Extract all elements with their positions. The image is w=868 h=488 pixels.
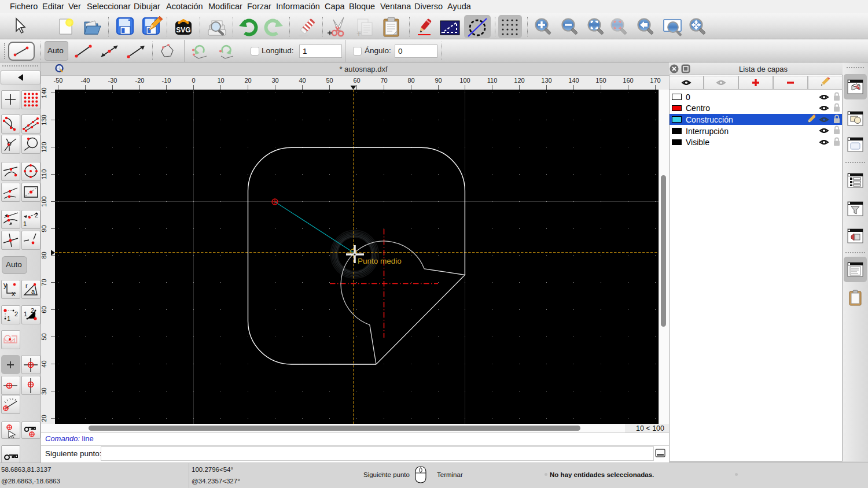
svg-text:100: 100 bbox=[459, 77, 470, 84]
svg-text:170: 170 bbox=[650, 77, 660, 84]
svg-text:SVG: SVG bbox=[176, 26, 190, 34]
svg-text:2: 2 bbox=[31, 307, 34, 314]
svg-text:130: 130 bbox=[541, 77, 551, 84]
svg-text:-20: -20 bbox=[135, 77, 145, 84]
svg-text:r: r bbox=[25, 282, 28, 289]
svg-text:+: + bbox=[356, 29, 361, 38]
svg-text:60: 60 bbox=[41, 306, 47, 313]
svg-text:y: y bbox=[3, 281, 7, 289]
svg-text:40: 40 bbox=[41, 360, 47, 367]
svg-text:x: x bbox=[12, 290, 15, 298]
svg-text:90: 90 bbox=[435, 77, 442, 84]
svg-text:-10: -10 bbox=[162, 77, 171, 84]
svg-text:0: 0 bbox=[192, 77, 195, 84]
svg-text:1: 1 bbox=[7, 315, 10, 322]
svg-text:140: 140 bbox=[568, 77, 579, 84]
svg-text:70: 70 bbox=[41, 279, 47, 286]
svg-text:30: 30 bbox=[41, 387, 47, 394]
svg-text:Punto medio: Punto medio bbox=[358, 257, 402, 265]
svg-text:50: 50 bbox=[326, 77, 333, 84]
svg-text:100: 100 bbox=[41, 196, 47, 206]
svg-text:2: 2 bbox=[14, 310, 18, 317]
svg-text:20: 20 bbox=[41, 415, 47, 422]
svg-text:120: 120 bbox=[514, 77, 524, 84]
svg-text:110: 110 bbox=[41, 169, 47, 180]
svg-text:90: 90 bbox=[41, 225, 47, 232]
svg-text:-30: -30 bbox=[108, 77, 117, 84]
svg-text:1: 1 bbox=[24, 310, 27, 317]
svg-text:70: 70 bbox=[380, 77, 387, 84]
svg-text:40: 40 bbox=[299, 77, 306, 84]
svg-text:50: 50 bbox=[41, 333, 47, 340]
svg-text:60: 60 bbox=[353, 77, 360, 84]
svg-text:1: 1 bbox=[23, 220, 27, 227]
svg-text:80: 80 bbox=[41, 252, 47, 258]
svg-text:140: 140 bbox=[41, 87, 47, 98]
svg-text:150: 150 bbox=[595, 77, 606, 84]
svg-text:30: 30 bbox=[271, 77, 278, 84]
svg-text:110: 110 bbox=[487, 77, 498, 84]
svg-text:80: 80 bbox=[407, 77, 414, 84]
svg-text:10: 10 bbox=[217, 77, 224, 84]
svg-text:-40: -40 bbox=[81, 77, 90, 84]
svg-text:130: 130 bbox=[41, 114, 47, 125]
svg-text:a: a bbox=[31, 288, 35, 295]
svg-text:160: 160 bbox=[623, 77, 633, 84]
svg-text:120: 120 bbox=[41, 142, 47, 152]
svg-text:20: 20 bbox=[244, 77, 251, 84]
